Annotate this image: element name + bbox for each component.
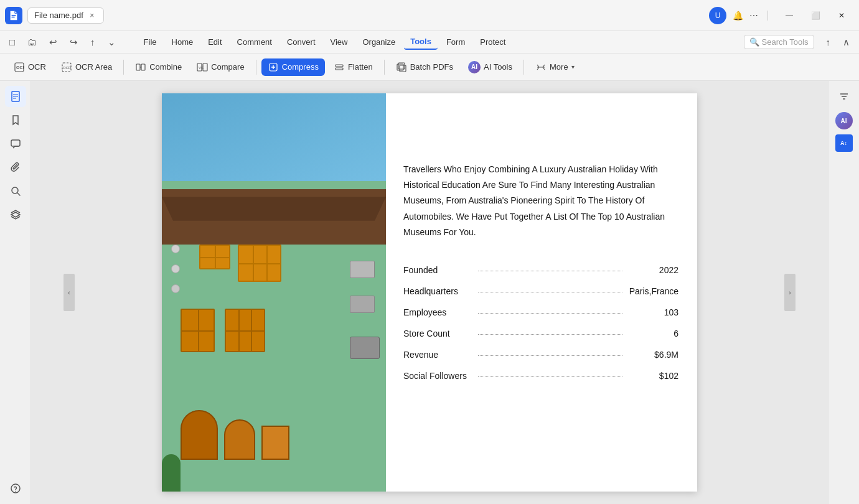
close-button[interactable]: ✕ [829, 7, 854, 24]
decorative-lights [171, 245, 180, 293]
window1 [199, 245, 230, 269]
file-tab-name: File name.pdf [34, 11, 83, 20]
toolbar-actions: □ 🗂 ↩ ↪ ↑ ⌄ [5, 35, 120, 50]
sidebar-item-attachment[interactable] [5, 157, 26, 178]
dots-store-count [478, 334, 622, 335]
left-sidebar [0, 81, 31, 504]
menu-button[interactable]: ⋯ [749, 11, 759, 21]
svg-rect-13 [336, 68, 343, 70]
value-employees: 103 [629, 307, 678, 317]
arch-door2 [224, 419, 255, 460]
value-headquarters: Paris,France [629, 286, 678, 296]
undo-button[interactable]: ↩ [45, 35, 62, 50]
sidebar-item-comment[interactable] [5, 133, 26, 154]
pdf-description: Travellers Who Enjoy Combining A Luxury … [403, 162, 678, 240]
sidebar-item-bookmark[interactable] [5, 110, 26, 131]
user-avatar[interactable]: U [709, 7, 726, 24]
dots-social-followers [478, 376, 622, 377]
more-tools-button[interactable]: More ▾ [529, 58, 581, 76]
compress-button[interactable]: Compress [261, 58, 325, 76]
menu-right-actions: ↑ ∧ [822, 35, 855, 50]
pdf-table-block: Founded 2022 Headlquarters Paris,France … [403, 265, 678, 381]
svg-text:VS: VS [199, 66, 204, 70]
combine-icon [135, 62, 146, 73]
svg-rect-1 [11, 16, 14, 17]
svg-rect-7 [141, 64, 145, 70]
tab-close-button[interactable]: × [87, 11, 97, 21]
redo-button[interactable]: ↪ [65, 35, 82, 50]
right-panel: AI A↕ [828, 81, 859, 504]
ocr-button[interactable]: OCR OCR [7, 58, 52, 76]
ocr-label: OCR [28, 62, 46, 72]
share-button[interactable]: ↑ [86, 35, 100, 49]
label-headquarters: Headlquarters [403, 286, 472, 296]
table-row-employees: Employees 103 [403, 307, 678, 317]
more-chevron-icon: ▾ [571, 63, 575, 70]
sidebar-item-page-view[interactable] [5, 86, 26, 107]
batch-pdfs-icon [396, 62, 407, 73]
dots-headquarters [478, 292, 622, 292]
sidebar-item-layers[interactable] [5, 204, 26, 225]
maximize-button[interactable]: ⬜ [803, 7, 828, 24]
building-photo [162, 93, 386, 492]
menu-comment[interactable]: Comment [231, 35, 278, 49]
sidebar-item-help[interactable] [5, 478, 26, 499]
batch-pdfs-button[interactable]: Batch PDFs [390, 58, 459, 76]
ac-units [350, 261, 380, 359]
label-revenue: Revenue [403, 350, 472, 360]
svg-rect-0 [11, 15, 16, 16]
value-founded: 2022 [629, 265, 678, 275]
right-panel-translate-button[interactable]: A↕ [835, 134, 853, 152]
minimize-button[interactable]: — [777, 7, 802, 24]
new-button[interactable]: □ [5, 35, 19, 49]
sidebar-item-search[interactable] [5, 180, 26, 202]
svg-rect-6 [136, 64, 140, 70]
svg-rect-12 [336, 65, 343, 67]
menu-organize[interactable]: Organize [356, 35, 401, 49]
more-actions-button[interactable]: ⌄ [103, 35, 120, 50]
menu-home[interactable]: Home [166, 35, 200, 49]
window3 [181, 309, 215, 352]
combine-button[interactable]: Combine [129, 58, 188, 76]
ground-floor [181, 410, 289, 460]
compare-icon: VS [197, 62, 208, 73]
label-founded: Founded [403, 265, 472, 275]
scroll-right-button[interactable]: › [784, 274, 796, 311]
svg-rect-21 [11, 140, 20, 146]
ocr-icon: OCR [14, 62, 25, 73]
notification-button[interactable]: 🔔 [733, 11, 743, 21]
value-revenue: $6.9M [629, 350, 678, 360]
right-panel-filter-button[interactable] [833, 86, 855, 107]
sep2 [256, 60, 256, 75]
file-tab[interactable]: File name.pdf × [27, 7, 104, 24]
ai-tools-button[interactable]: AI AI Tools [462, 58, 519, 77]
menu-protect[interactable]: Protect [474, 35, 512, 49]
more-tools-icon [535, 62, 547, 73]
right-panel-ai-button[interactable]: AI [835, 112, 853, 129]
scroll-left-button[interactable]: ‹ [63, 274, 75, 311]
menu-form[interactable]: Form [440, 35, 471, 49]
upload-button[interactable]: ↑ [822, 35, 835, 49]
menu-bar: □ 🗂 ↩ ↪ ↑ ⌄ File Home Edit Comment Conve… [0, 31, 859, 54]
window4 [225, 309, 265, 352]
menu-edit[interactable]: Edit [202, 35, 228, 49]
menu-tools[interactable]: Tools [404, 34, 438, 50]
menu-file[interactable]: File [138, 35, 163, 49]
menu-view[interactable]: View [324, 35, 354, 49]
label-employees: Employees [403, 307, 472, 317]
svg-rect-9 [203, 63, 207, 71]
windows-row2 [181, 309, 265, 352]
more-tools-label: More [550, 62, 568, 72]
ocr-area-button[interactable]: OCR OCR Area [55, 58, 118, 76]
menu-convert[interactable]: Convert [281, 35, 322, 49]
open-button[interactable]: 🗂 [23, 35, 41, 49]
svg-text:OCR: OCR [63, 66, 72, 70]
light2 [171, 264, 180, 273]
light1 [171, 245, 180, 253]
collapse-button[interactable]: ∧ [838, 35, 854, 50]
combine-label: Combine [149, 62, 182, 72]
search-tools-field[interactable]: 🔍 Search Tools [744, 35, 814, 49]
ocr-area-icon: OCR [61, 62, 72, 73]
compare-button[interactable]: VS Compare [190, 58, 250, 76]
flatten-button[interactable]: Flatten [327, 58, 379, 76]
